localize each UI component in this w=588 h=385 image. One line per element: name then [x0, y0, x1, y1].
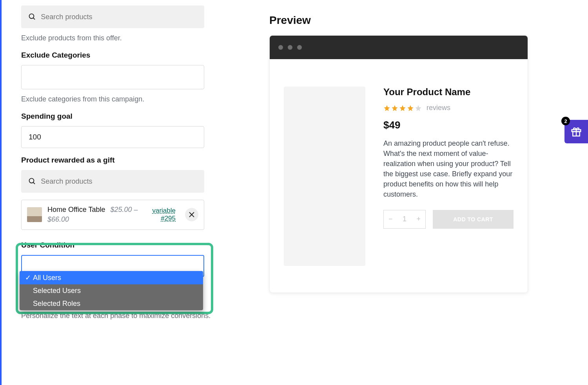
dropdown-option-all-users[interactable]: ✓ All Users	[20, 271, 203, 284]
preview-heading: Preview	[269, 14, 588, 27]
preview-product-name: Your Product Name	[383, 87, 514, 98]
gift-widget-button[interactable]: 2	[564, 120, 588, 143]
remove-product-button[interactable]	[185, 208, 198, 221]
exclude-products-help: Exclude products from this offer.	[21, 33, 221, 43]
dropdown-option-label: All Users	[33, 274, 61, 282]
search-icon	[28, 13, 36, 21]
user-condition-label: User Condition	[21, 241, 221, 249]
quantity-stepper[interactable]: − 1 +	[383, 210, 426, 229]
add-to-cart-button[interactable]: ADD TO CART	[433, 210, 514, 229]
qty-minus[interactable]: −	[388, 215, 393, 223]
reward-search-input[interactable]	[41, 177, 197, 186]
window-dot	[288, 45, 292, 50]
qty-value: 1	[403, 215, 407, 223]
browser-chrome	[270, 36, 528, 59]
product-id-link[interactable]: #295	[152, 215, 176, 222]
exclude-products-search[interactable]	[21, 5, 204, 28]
exclude-products-input[interactable]	[41, 13, 197, 21]
close-icon	[189, 212, 194, 217]
dropdown-option-label: Selected Roles	[33, 300, 80, 308]
window-dot	[297, 45, 302, 50]
exclude-categories-input[interactable]	[21, 65, 204, 89]
preview-card: Your Product Name reviews $49 An amazing…	[269, 35, 528, 293]
reward-search[interactable]	[21, 170, 204, 193]
user-condition-dropdown[interactable]: ✓ All Users Selected Users Selected Role…	[20, 271, 203, 310]
svg-point-2	[29, 179, 34, 183]
dropdown-option-label: Selected Users	[33, 287, 81, 295]
svg-line-3	[33, 183, 35, 184]
svg-point-0	[29, 14, 34, 18]
spending-goal-label: Spending goal	[21, 112, 221, 121]
dropdown-option-selected-users[interactable]: Selected Users	[20, 284, 203, 297]
gift-count-badge: 2	[561, 117, 570, 125]
product-name: Home Office Table	[47, 206, 105, 213]
spending-goal-input[interactable]	[21, 126, 204, 148]
exclude-categories-help: Exclude categories from this campaign.	[21, 94, 221, 104]
gift-icon	[570, 126, 582, 137]
svg-line-1	[33, 18, 35, 20]
preview-description: An amazing product people can't refuse. …	[383, 138, 514, 200]
product-image-placeholder	[284, 87, 365, 266]
reviews-label: reviews	[426, 104, 450, 112]
qty-plus[interactable]: +	[416, 215, 421, 223]
preview-price: $49	[383, 119, 514, 131]
product-type-link[interactable]: variable	[152, 207, 176, 215]
reward-product-card: Home Office Table $25.00 – $66.00 variab…	[21, 200, 204, 230]
check-icon: ✓	[25, 273, 31, 282]
product-thumbnail	[27, 207, 42, 222]
window-dot	[278, 45, 283, 50]
search-icon	[28, 177, 36, 186]
exclude-categories-label: Exclude Categories	[21, 51, 221, 60]
reward-label: Product rewarded as a gift	[21, 156, 221, 164]
dropdown-option-selected-roles[interactable]: Selected Roles	[20, 297, 203, 310]
star-rating	[383, 105, 422, 112]
